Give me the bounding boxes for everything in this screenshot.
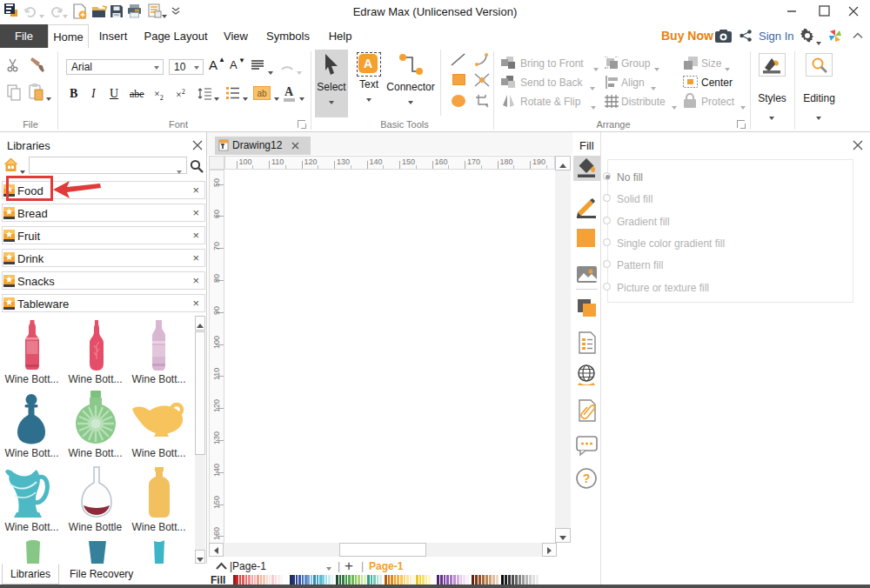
svg-text:?: ? <box>583 471 591 485</box>
